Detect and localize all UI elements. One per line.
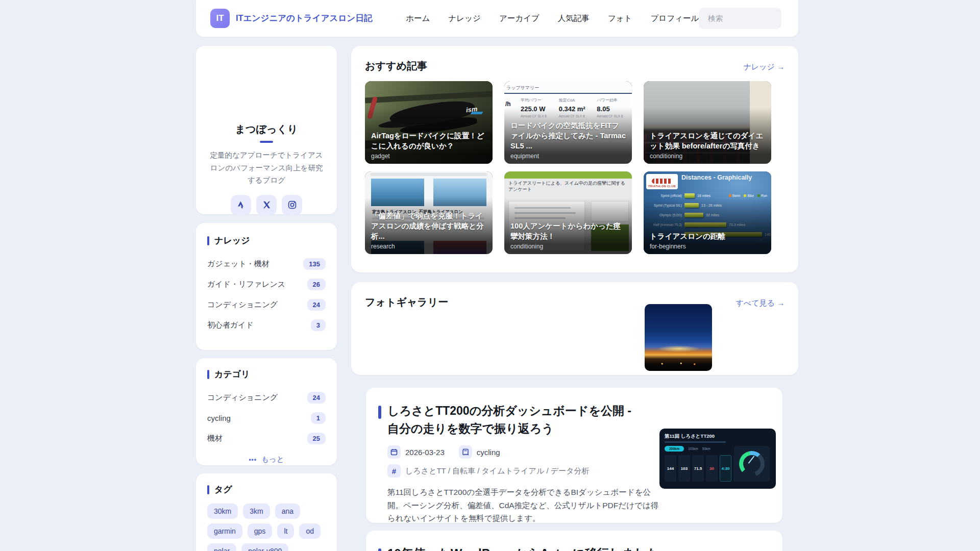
article-title[interactable]: 10年使ったWordPressからAstroに移行しました <box>387 545 659 551</box>
instagram-link[interactable] <box>282 195 302 215</box>
stat-box: 144 <box>665 455 676 482</box>
strava-link[interactable] <box>231 195 251 215</box>
card-title: トライアスロンを通じてのダイエット効果 before/afterの写真付き <box>650 131 765 151</box>
item-label: ガジェット・機材 <box>207 259 270 269</box>
item-label: コンディショニング <box>207 300 278 310</box>
knowledge-item-beginner[interactable]: 初心者ガイド 3 <box>207 315 326 335</box>
knowledge-title: ナレッジ <box>214 235 250 246</box>
card-title: トライアスロンの距離 <box>650 231 765 241</box>
top-header: IT ITエンジニアのトライアスロン日記 ホーム ナレッジ アーカイブ 人気記事… <box>196 0 798 37</box>
tag-od[interactable]: od <box>299 523 321 539</box>
tag-30km[interactable]: 30km <box>207 504 238 519</box>
item-label: cycling <box>207 414 231 422</box>
article-list-item-wordpress-astro[interactable]: 10年使ったWordPressからAstroに移行しました <box>366 531 782 551</box>
tag-gps[interactable]: gps <box>248 523 273 539</box>
profile-underline <box>260 141 273 143</box>
calendar-icon <box>387 445 401 459</box>
stat-box: 103 <box>678 455 690 482</box>
card-title: 「偏差値」で弱点を克服！トライアスロンの成績を伸ばす戦略と分析... <box>371 211 486 241</box>
nav-item-archive[interactable]: アーカイブ <box>499 13 540 24</box>
x-twitter-link[interactable] <box>256 195 277 215</box>
article-card-deviation[interactable]: 宮古島トライアスロン 石垣島トライアスロン 「偏差値」で弱点を克服！トライアスロ… <box>365 171 493 254</box>
article-title-line2: 自分の走りを数字で振り返ろう <box>387 420 631 438</box>
strava-icon <box>237 201 245 209</box>
article-card-distances[interactable]: TRIATHLON CLUB Distances - Graphically S… <box>644 171 771 254</box>
site-title[interactable]: ITエンジニアのトライアスロン日記 <box>236 13 372 24</box>
article-title-line1: しろさとTT200の分析ダッシュボードを公開 - <box>387 402 631 420</box>
article-list-item-shirosato[interactable]: しろさとTT200の分析ダッシュボードを公開 - 自分の走りを数字で振り返ろう … <box>366 388 782 523</box>
count-badge: 24 <box>307 392 326 404</box>
card-category: gadget <box>371 153 486 160</box>
article-category[interactable]: cycling <box>459 445 500 459</box>
article-card-aero[interactable]: ラップサマリー /h 平均パワー 225.0 W Aeroad CF SLX 8… <box>504 81 632 164</box>
article-card-cramp-survey[interactable]: トライアスリートによる、スイム中の足の痙攣に関するアンケート 100人アンケート… <box>504 171 632 254</box>
dashboard-thumbnail[interactable]: 第11回 しろさとTT200 200km 100km 50km 144 103 … <box>659 429 776 489</box>
category-header: カテゴリ <box>207 368 326 380</box>
tag-3km[interactable]: 3km <box>243 504 270 519</box>
article-tags-text[interactable]: しろさとTT / 自転車 / タイムトライアル / データ分析 <box>405 466 589 476</box>
knowledge-item-gadget[interactable]: ガジェット・機材 135 <box>207 254 326 274</box>
title-accent-bar <box>378 406 381 419</box>
category-item-equipment[interactable]: 機材 25 <box>207 428 326 448</box>
category-item-cycling[interactable]: cycling 1 <box>207 408 326 428</box>
dashboard-gauge <box>734 446 770 482</box>
category-list: コンディショニング 24 cycling 1 機材 25 <box>207 387 326 448</box>
x-twitter-icon <box>263 201 271 209</box>
card-title: ロードバイクの空気抵抗をFITファイルから推定してみた - Tarmac SL5… <box>510 120 626 151</box>
knowledge-header: ナレッジ <box>207 235 326 246</box>
profile-bio: 定量的なアプローチでトライアスロンのパフォーマンス向上を研究するブログ <box>196 149 337 187</box>
tag-polar[interactable]: polar <box>207 543 236 551</box>
tag-garmin[interactable]: garmin <box>207 523 242 539</box>
tag-polar-v800[interactable]: polar-v800 <box>241 543 288 551</box>
nav-item-popular[interactable]: 人気記事 <box>558 13 590 24</box>
recommended-title: おすすめ記事 <box>365 59 427 73</box>
tags-header: タグ <box>207 484 326 495</box>
card-caption: 100人アンケートからわかった痙攣対策方法！ conditioning <box>510 221 626 250</box>
tags-title: タグ <box>214 484 232 495</box>
book-icon <box>459 445 472 459</box>
category-more-link[interactable]: ••• もっと <box>207 455 326 464</box>
gallery-see-all-link[interactable]: すべて見る → <box>736 298 785 308</box>
card-title: 100人アンケートからわかった痙攣対策方法！ <box>510 221 626 241</box>
recommended-section: おすすめ記事 ナレッジ → ism AirTagをロードバイクに設置！どこに入れ… <box>351 46 798 272</box>
dashboard-subtitle-line <box>665 441 726 443</box>
accent-bar <box>207 370 209 379</box>
card-category: conditioning <box>650 153 765 160</box>
card-caption: 「偏差値」で弱点を克服！トライアスロンの成績を伸ばす戦略と分析... resea… <box>371 211 486 250</box>
knowledge-section: ナレッジ ガジェット・機材 135 ガイド・リファレンス 26 コンディショニン… <box>196 223 337 350</box>
item-label: コンディショニング <box>207 393 278 403</box>
article-card-diet[interactable]: トライアスロンを通じてのダイエット効果 before/afterの写真付き co… <box>644 81 771 164</box>
tag-list: 30km 3km ana garmin gps lt od polar pola… <box>207 504 326 551</box>
knowledge-item-guide[interactable]: ガイド・リファレンス 26 <box>207 274 326 294</box>
card-caption: ロードバイクの空気抵抗をFITファイルから推定してみた - Tarmac SL5… <box>510 120 626 160</box>
nav-item-home[interactable]: ホーム <box>406 13 430 24</box>
tag-lt[interactable]: lt <box>277 523 294 539</box>
horizon-glow <box>657 345 700 352</box>
article-card-airtag[interactable]: ism AirTagをロードバイクに設置！どこに入れるのが良いか？ gadget <box>365 81 493 164</box>
recommended-knowledge-link[interactable]: ナレッジ → <box>743 62 785 72</box>
stat-box: 30 <box>706 455 718 482</box>
category-item-conditioning[interactable]: コンディショニング 24 <box>207 387 326 408</box>
article-excerpt: 第11回しろさとTT200の全選手データを分析できるBIダッシュボードを公開。ペ… <box>387 486 660 525</box>
dashboard-tab-100km: 100km <box>688 447 698 450</box>
item-label: 機材 <box>207 434 223 443</box>
card-caption: トライアスロンを通じてのダイエット効果 before/afterの写真付き co… <box>650 131 765 160</box>
gallery-photo-sunset[interactable] <box>645 304 712 371</box>
nav-item-knowledge[interactable]: ナレッジ <box>448 13 480 24</box>
nav-item-photo[interactable]: フォト <box>608 13 632 24</box>
accent-bar <box>207 236 209 245</box>
tag-ana[interactable]: ana <box>275 504 300 519</box>
nav-item-profile[interactable]: プロフィール <box>650 13 699 24</box>
card-caption: AirTagをロードバイクに設置！どこに入れるのが良いか？ gadget <box>371 131 486 160</box>
article-title[interactable]: しろさとTT200の分析ダッシュボードを公開 - 自分の走りを数字で振り返ろう <box>387 402 631 437</box>
knowledge-item-conditioning[interactable]: コンディショニング 24 <box>207 294 326 315</box>
card-category: for-beginners <box>650 243 765 250</box>
article-category-text: cycling <box>477 448 500 457</box>
count-badge: 135 <box>303 258 326 270</box>
site-logo[interactable]: IT <box>210 9 230 28</box>
gallery-header: フォトギャラリー すべて見る → <box>365 295 785 309</box>
card-title: AirTagをロードバイクに設置！どこに入れるのが良いか？ <box>371 131 486 151</box>
search-input[interactable] <box>699 8 781 29</box>
dashboard-title: 第11回 しろさとTT200 <box>665 433 771 440</box>
item-label: ガイド・リファレンス <box>207 280 285 289</box>
